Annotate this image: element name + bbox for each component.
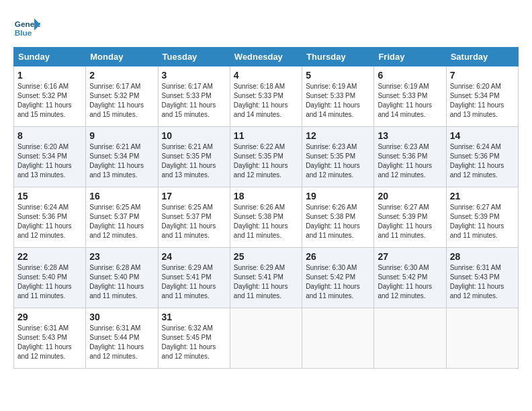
day-info: Sunrise: 6:20 AM Sunset: 5:34 PM Dayligh… bbox=[17, 142, 82, 180]
page-header: General Blue bbox=[13, 13, 519, 40]
day-info: Sunrise: 6:24 AM Sunset: 5:36 PM Dayligh… bbox=[17, 203, 82, 240]
day-info: Sunrise: 6:17 AM Sunset: 5:32 PM Dayligh… bbox=[89, 82, 154, 120]
svg-text:Blue: Blue bbox=[15, 28, 32, 38]
calendar-cell bbox=[374, 308, 446, 369]
day-info: Sunrise: 6:26 AM Sunset: 5:38 PM Dayligh… bbox=[234, 203, 298, 240]
day-info: Sunrise: 6:23 AM Sunset: 5:35 PM Dayligh… bbox=[306, 142, 370, 180]
calendar-cell: 18Sunrise: 6:26 AM Sunset: 5:38 PM Dayli… bbox=[230, 187, 302, 248]
calendar-cell bbox=[230, 308, 302, 369]
calendar-cell: 14Sunrise: 6:24 AM Sunset: 5:36 PM Dayli… bbox=[446, 127, 518, 187]
day-info: Sunrise: 6:21 AM Sunset: 5:35 PM Dayligh… bbox=[162, 142, 226, 180]
calendar-cell: 11Sunrise: 6:22 AM Sunset: 5:35 PM Dayli… bbox=[230, 127, 302, 187]
day-number: 31 bbox=[162, 312, 226, 322]
calendar-cell: 10Sunrise: 6:21 AM Sunset: 5:35 PM Dayli… bbox=[158, 127, 230, 187]
day-info: Sunrise: 6:26 AM Sunset: 5:38 PM Dayligh… bbox=[306, 203, 370, 240]
day-info: Sunrise: 6:16 AM Sunset: 5:32 PM Dayligh… bbox=[17, 82, 82, 120]
calendar-cell bbox=[446, 308, 518, 369]
day-number: 12 bbox=[306, 130, 370, 141]
day-number: 3 bbox=[162, 70, 226, 81]
day-number: 25 bbox=[234, 251, 298, 262]
day-number: 15 bbox=[17, 191, 82, 201]
day-info: Sunrise: 6:25 AM Sunset: 5:37 PM Dayligh… bbox=[89, 203, 154, 240]
day-info: Sunrise: 6:31 AM Sunset: 5:44 PM Dayligh… bbox=[89, 324, 154, 361]
day-number: 10 bbox=[162, 130, 226, 141]
day-info: Sunrise: 6:21 AM Sunset: 5:34 PM Dayligh… bbox=[89, 142, 154, 180]
calendar-cell: 12Sunrise: 6:23 AM Sunset: 5:35 PM Dayli… bbox=[302, 127, 374, 187]
calendar-cell: 25Sunrise: 6:29 AM Sunset: 5:41 PM Dayli… bbox=[230, 248, 302, 308]
calendar-cell: 2Sunrise: 6:17 AM Sunset: 5:32 PM Daylig… bbox=[86, 66, 158, 127]
day-number: 29 bbox=[17, 312, 82, 322]
day-info: Sunrise: 6:29 AM Sunset: 5:41 PM Dayligh… bbox=[234, 263, 298, 301]
calendar-cell: 26Sunrise: 6:30 AM Sunset: 5:42 PM Dayli… bbox=[302, 248, 374, 308]
day-info: Sunrise: 6:31 AM Sunset: 5:43 PM Dayligh… bbox=[17, 324, 82, 361]
day-number: 14 bbox=[450, 130, 515, 141]
day-number: 8 bbox=[17, 130, 82, 141]
day-number: 19 bbox=[306, 191, 370, 201]
day-number: 9 bbox=[89, 130, 154, 141]
calendar-cell: 15Sunrise: 6:24 AM Sunset: 5:36 PM Dayli… bbox=[14, 187, 86, 248]
logo: General Blue bbox=[13, 13, 43, 40]
day-info: Sunrise: 6:20 AM Sunset: 5:34 PM Dayligh… bbox=[450, 82, 515, 120]
calendar-cell: 19Sunrise: 6:26 AM Sunset: 5:38 PM Dayli… bbox=[302, 187, 374, 248]
day-number: 6 bbox=[378, 70, 442, 81]
day-number: 16 bbox=[89, 191, 154, 201]
day-number: 21 bbox=[450, 191, 515, 201]
calendar-cell: 27Sunrise: 6:30 AM Sunset: 5:42 PM Dayli… bbox=[374, 248, 446, 308]
calendar-cell: 17Sunrise: 6:25 AM Sunset: 5:37 PM Dayli… bbox=[158, 187, 230, 248]
day-number: 30 bbox=[89, 312, 154, 322]
calendar-cell bbox=[302, 308, 374, 369]
calendar-cell: 23Sunrise: 6:28 AM Sunset: 5:40 PM Dayli… bbox=[86, 248, 158, 308]
day-info: Sunrise: 6:18 AM Sunset: 5:33 PM Dayligh… bbox=[234, 82, 298, 120]
day-info: Sunrise: 6:30 AM Sunset: 5:42 PM Dayligh… bbox=[378, 263, 442, 301]
calendar-cell: 20Sunrise: 6:27 AM Sunset: 5:39 PM Dayli… bbox=[374, 187, 446, 248]
calendar-table: SundayMondayTuesdayWednesdayThursdayFrid… bbox=[13, 47, 519, 369]
day-info: Sunrise: 6:31 AM Sunset: 5:43 PM Dayligh… bbox=[450, 263, 515, 301]
day-number: 4 bbox=[234, 70, 298, 81]
calendar-cell: 22Sunrise: 6:28 AM Sunset: 5:40 PM Dayli… bbox=[14, 248, 86, 308]
calendar-cell: 9Sunrise: 6:21 AM Sunset: 5:34 PM Daylig… bbox=[86, 127, 158, 187]
day-info: Sunrise: 6:29 AM Sunset: 5:41 PM Dayligh… bbox=[162, 263, 226, 301]
day-info: Sunrise: 6:25 AM Sunset: 5:37 PM Dayligh… bbox=[162, 203, 226, 240]
day-number: 18 bbox=[234, 191, 298, 201]
calendar-cell: 21Sunrise: 6:27 AM Sunset: 5:39 PM Dayli… bbox=[446, 187, 518, 248]
calendar-cell: 7Sunrise: 6:20 AM Sunset: 5:34 PM Daylig… bbox=[446, 66, 518, 127]
day-number: 28 bbox=[450, 251, 515, 262]
col-header-sunday: Sunday bbox=[14, 48, 86, 66]
day-info: Sunrise: 6:23 AM Sunset: 5:36 PM Dayligh… bbox=[378, 142, 442, 180]
calendar-cell: 1Sunrise: 6:16 AM Sunset: 5:32 PM Daylig… bbox=[14, 66, 86, 127]
day-number: 24 bbox=[162, 251, 226, 262]
day-info: Sunrise: 6:27 AM Sunset: 5:39 PM Dayligh… bbox=[378, 203, 442, 240]
calendar-cell: 30Sunrise: 6:31 AM Sunset: 5:44 PM Dayli… bbox=[86, 308, 158, 369]
calendar-cell: 8Sunrise: 6:20 AM Sunset: 5:34 PM Daylig… bbox=[14, 127, 86, 187]
day-number: 7 bbox=[450, 70, 515, 81]
calendar-cell: 31Sunrise: 6:32 AM Sunset: 5:45 PM Dayli… bbox=[158, 308, 230, 369]
calendar-cell: 4Sunrise: 6:18 AM Sunset: 5:33 PM Daylig… bbox=[230, 66, 302, 127]
day-info: Sunrise: 6:32 AM Sunset: 5:45 PM Dayligh… bbox=[162, 324, 226, 361]
day-info: Sunrise: 6:28 AM Sunset: 5:40 PM Dayligh… bbox=[89, 263, 154, 301]
col-header-monday: Monday bbox=[86, 48, 158, 66]
day-number: 26 bbox=[306, 251, 370, 262]
day-number: 22 bbox=[17, 251, 82, 262]
day-number: 13 bbox=[378, 130, 442, 141]
day-info: Sunrise: 6:19 AM Sunset: 5:33 PM Dayligh… bbox=[306, 82, 370, 120]
day-info: Sunrise: 6:30 AM Sunset: 5:42 PM Dayligh… bbox=[306, 263, 370, 301]
calendar-cell: 28Sunrise: 6:31 AM Sunset: 5:43 PM Dayli… bbox=[446, 248, 518, 308]
col-header-saturday: Saturday bbox=[446, 48, 518, 66]
calendar-cell: 13Sunrise: 6:23 AM Sunset: 5:36 PM Dayli… bbox=[374, 127, 446, 187]
day-number: 5 bbox=[306, 70, 370, 81]
calendar-cell: 6Sunrise: 6:19 AM Sunset: 5:33 PM Daylig… bbox=[374, 66, 446, 127]
col-header-wednesday: Wednesday bbox=[230, 48, 302, 66]
day-info: Sunrise: 6:24 AM Sunset: 5:36 PM Dayligh… bbox=[450, 142, 515, 180]
day-info: Sunrise: 6:22 AM Sunset: 5:35 PM Dayligh… bbox=[234, 142, 298, 180]
day-number: 17 bbox=[162, 191, 226, 201]
day-number: 20 bbox=[378, 191, 442, 201]
day-info: Sunrise: 6:17 AM Sunset: 5:33 PM Dayligh… bbox=[162, 82, 226, 120]
col-header-tuesday: Tuesday bbox=[158, 48, 230, 66]
day-number: 11 bbox=[234, 130, 298, 141]
day-number: 27 bbox=[378, 251, 442, 262]
day-info: Sunrise: 6:27 AM Sunset: 5:39 PM Dayligh… bbox=[450, 203, 515, 240]
calendar-cell: 24Sunrise: 6:29 AM Sunset: 5:41 PM Dayli… bbox=[158, 248, 230, 308]
day-info: Sunrise: 6:28 AM Sunset: 5:40 PM Dayligh… bbox=[17, 263, 82, 301]
day-number: 23 bbox=[89, 251, 154, 262]
calendar-cell: 29Sunrise: 6:31 AM Sunset: 5:43 PM Dayli… bbox=[14, 308, 86, 369]
